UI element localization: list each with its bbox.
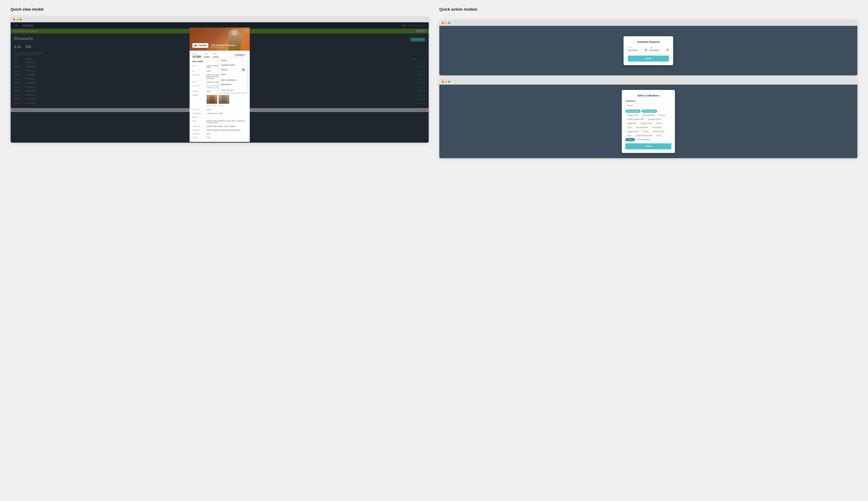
modal-body: Codes 10,000 Class Online Status Active	[190, 51, 250, 142]
detail-images: Image(s)	[192, 93, 247, 108]
tag-formal-wear-1[interactable]: Formal Wear	[625, 122, 638, 125]
tag-the-independent-1[interactable]: The Independent	[641, 114, 656, 117]
tag-student-housing-guide-2[interactable]: Student Housing Guide	[634, 134, 654, 137]
dropdown-edit[interactable]: Edit Discount	[219, 82, 247, 87]
publish-label: Publish from	[192, 113, 205, 114]
from-date-value[interactable]: 24/11/2016	[628, 49, 637, 51]
brand-name: TOPMAN	[198, 44, 206, 46]
tag-summer-fashion[interactable]: Summer Fashion	[642, 109, 657, 113]
detail-active: Active True	[192, 136, 247, 139]
collections-close-button[interactable]: ×	[671, 92, 673, 95]
s-min-dot[interactable]	[445, 22, 447, 24]
modal-close-button[interactable]: ×	[244, 29, 248, 33]
detail-flags: Flags Works on sale (September 2 2016, 0…	[192, 119, 247, 125]
detail-publish: Publish from August 22 2016, 00:00	[192, 112, 247, 115]
desc-label: Description	[192, 74, 205, 79]
schedule-modal-bg: × Schedule Featured From 24/11/2016 📅 Un…	[439, 26, 857, 75]
from-date-field: From 24/11/2016 📅	[628, 46, 647, 52]
detail-collections: Collections Summer Fashion, Spring Fashi…	[192, 128, 247, 132]
brand-flag: 🇬🇧	[194, 44, 197, 47]
modal-info-bar: Codes 10,000 Class Online Status Active	[192, 53, 247, 58]
boost-label: Boost	[221, 73, 225, 75]
app-frame: SB DISCOUNTS 🇬🇧 chris@theteamgroup.com D…	[11, 22, 429, 143]
delete-discount-label: Delete Discount	[221, 89, 234, 91]
tag-flowers[interactable]: Flowers	[654, 122, 664, 125]
male-image	[206, 95, 217, 104]
schedule-save-button[interactable]: SAVE	[628, 55, 669, 62]
status-label: Status	[213, 53, 219, 55]
date-inputs-row: From 24/11/2016 📅 Until 24/12/2016 📅	[628, 46, 669, 52]
tag-student-central-4[interactable]: Student Central	[651, 130, 666, 133]
tag-student-housing-guide-1[interactable]: Student Housing Guide	[625, 118, 645, 121]
tag-cards-3[interactable]: Cards	[655, 134, 663, 137]
tag-connect-1[interactable]: Connect	[657, 114, 667, 117]
dropdown-activate[interactable]: Activate ✓	[219, 67, 247, 72]
tag-formal-wear-2[interactable]: Formal Wear	[651, 126, 663, 129]
tag-cards-2[interactable]: Cards	[625, 134, 633, 137]
collections-save-button[interactable]: SAVE	[625, 143, 671, 149]
actions-button[interactable]: ACTIONS ▾	[234, 53, 247, 57]
female-image	[218, 95, 229, 104]
male-image-container: Male - Default	[206, 95, 217, 107]
tag-the-independent-2[interactable]: The Independent	[634, 126, 650, 129]
flags-value: Works on sale (September 2 2016, 00:00 -…	[206, 120, 247, 124]
tz-value: GMT+1	[206, 109, 247, 110]
activate-checkbox[interactable]: ✓	[242, 68, 245, 71]
tag-the-independent-3[interactable]: The Independent	[636, 138, 651, 141]
active-value: True	[206, 137, 247, 138]
class-label: Class	[204, 53, 210, 55]
dropdown-add-collection[interactable]: Add to Collection(s)	[219, 78, 247, 82]
right-title: Quick action models	[439, 7, 857, 12]
tag-student-central-2[interactable]: Student Central	[639, 122, 654, 125]
categories-label: Categories	[192, 126, 205, 127]
tag-cards-1[interactable]: Cards	[625, 126, 633, 129]
add-collection-label: Add to Collection(s)	[221, 79, 236, 81]
slug-label: Slug	[192, 65, 205, 68]
c-max-dot[interactable]	[448, 81, 450, 83]
tag-student-central-1[interactable]: Student Central	[625, 114, 640, 117]
close-dot[interactable]	[13, 18, 15, 21]
collections-modal-title: Add to Collections	[625, 94, 671, 97]
active-label: Active	[192, 137, 205, 138]
gender-label: Gender	[192, 90, 205, 92]
dropdown-delete[interactable]: Delete Discount	[219, 88, 247, 92]
status-info: Status Active	[213, 53, 219, 58]
collections-label: Collections	[192, 129, 205, 131]
collections-search-input[interactable]	[625, 103, 671, 107]
activate-label: Activate	[221, 69, 227, 71]
dropdown-feature[interactable]: Feature	[219, 58, 247, 63]
browser-titlebar	[11, 17, 429, 22]
until-date-value[interactable]: 24/12/2016	[650, 49, 659, 51]
publish-value: August 22 2016, 00:00	[206, 113, 247, 114]
tag-study-essentials[interactable]: Study Essentials	[625, 109, 641, 113]
from-input-row: 24/11/2016 📅	[628, 49, 647, 52]
flags-label: Flags	[192, 120, 205, 124]
s-close-dot[interactable]	[442, 22, 444, 24]
discount-subtitle: on full price items	[211, 46, 235, 49]
detail-featured: Featured True	[192, 132, 247, 136]
schedule-close-button[interactable]: ×	[669, 39, 671, 41]
minimize-dot[interactable]	[16, 18, 19, 21]
tc-link-label: T&C's link	[192, 85, 205, 88]
dropdown-schedule-feature[interactable]: Schedule Feature...	[219, 63, 247, 67]
tag-connect-2[interactable]: Connect	[641, 130, 651, 133]
female-label: Female	[218, 105, 223, 107]
c-close-dot[interactable]	[442, 81, 444, 83]
dropdown-boost[interactable]: Boost	[219, 72, 247, 77]
c-min-dot[interactable]	[445, 81, 447, 83]
feature-checkbox[interactable]	[242, 59, 245, 62]
chevron-down-icon: ▾	[244, 54, 245, 56]
maximize-dot[interactable]	[20, 18, 22, 21]
from-label: From	[628, 46, 647, 48]
actions-label: ACTIONS	[236, 54, 243, 56]
categories-value: Fashion, Mens Fashion, Gifts & Gadgets	[206, 126, 247, 127]
detail-timezone: Time zone GMT+1	[192, 108, 247, 112]
calendar-icon-until: 📅	[666, 49, 669, 52]
s-max-dot[interactable]	[448, 22, 450, 24]
tag-gadgets[interactable]: Gadgets	[625, 138, 635, 141]
tag-company-service[interactable]: Company Service	[646, 118, 662, 121]
schedule-modal: × Schedule Featured From 24/11/2016 📅 Un…	[624, 36, 673, 65]
schedule-feature-label: Schedule Feature...	[221, 64, 236, 66]
tag-student-central-3[interactable]: Student Central	[625, 130, 640, 133]
left-title: Quick view model	[11, 7, 429, 12]
